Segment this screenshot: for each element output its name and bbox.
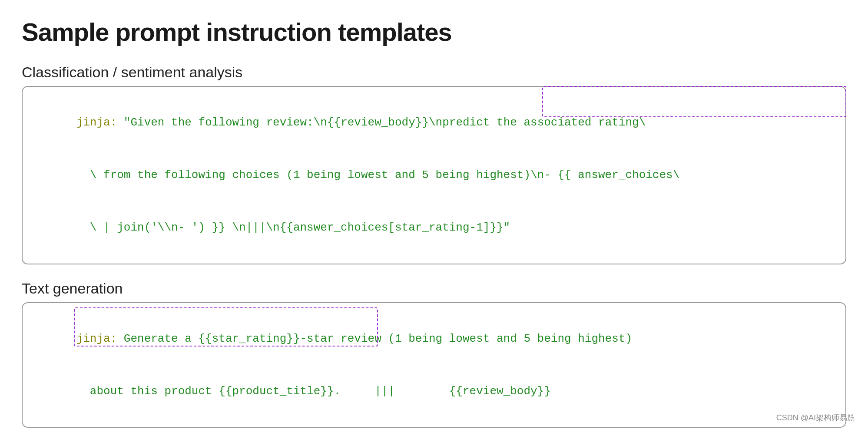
code-line-1-3: \ | join('\\n- ') }} \n|||\n{{answer_cho… [36,201,832,254]
code-text: Generate a {{star_rating}}-star review (… [124,332,632,345]
code-box-classification: jinja: "Given the following review:\n{{r… [22,86,846,264]
code-text: \ from the following choices (1 being lo… [76,168,680,182]
code-text: jinja: [76,332,124,345]
code-text: {{ [327,116,341,129]
code-line-2-2: about this product {{product_title}}. ||… [36,365,832,418]
code-line-1-1: jinja: "Given the following review:\n{{r… [36,96,832,149]
page-title: Sample prompt instruction templates [22,17,846,46]
code-text: jinja: [76,116,124,129]
section-text-generation: Text generation jinja: Generate a {{star… [22,280,846,428]
code-line-2-1: jinja: Generate a {{star_rating}}-star r… [36,313,832,365]
section-text-generation-label: Text generation [22,280,846,297]
code-text: \ | join('\\n- ') }} \n|||\n{{answer_cho… [76,221,510,234]
code-text: "Given the following review:\n [124,116,327,129]
code-line-1-2: \ from the following choices (1 being lo… [36,149,832,201]
section-classification: Classification / sentiment analysis jinj… [22,64,846,264]
code-text: review_body [341,116,415,129]
code-box-text-generation: jinja: Generate a {{star_rating}}-star r… [22,302,846,428]
watermark: CSDN @AI架构师易筋 [776,412,855,423]
code-text: }} [415,116,429,129]
code-text: about this product {{product_title}}. ||… [76,385,551,398]
section-classification-label: Classification / sentiment analysis [22,64,846,81]
code-text: \npredict the associated rating\ [429,116,646,129]
